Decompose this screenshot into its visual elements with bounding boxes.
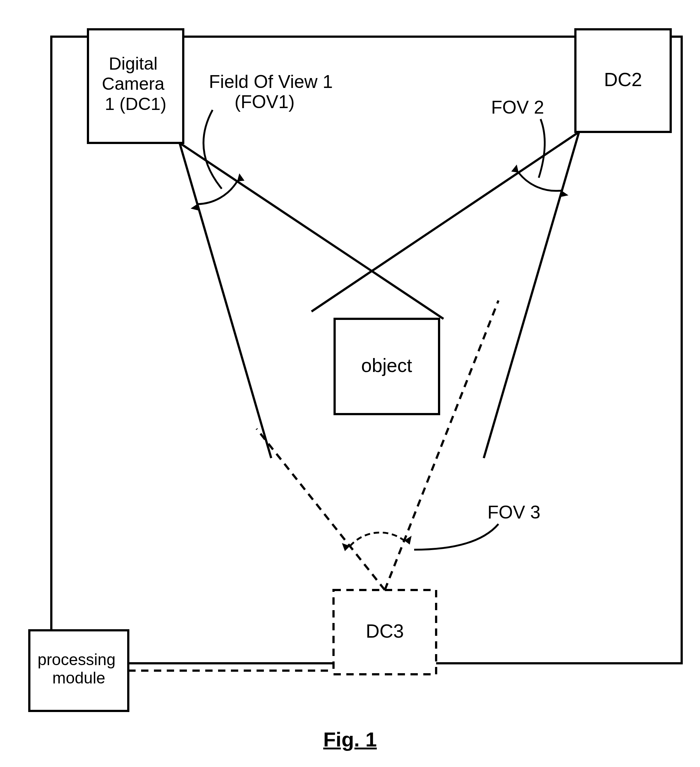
dc3-text: DC3 [366, 621, 404, 642]
figure-title: Fig. 1 [323, 727, 377, 751]
fov3-label-connector [414, 524, 498, 550]
dc2-text: DC2 [604, 69, 642, 90]
fov2-label-connector [539, 119, 545, 178]
fov3-label: FOV 3 [487, 502, 540, 523]
fov1-arc [197, 181, 237, 204]
diagram-svg: Digital Camera 1 (DC1) DC2 DC3 object pr… [7, 7, 693, 759]
fov2-label: FOV 2 [491, 97, 544, 118]
fov2-line-a [312, 132, 579, 312]
fov3-arc [350, 533, 404, 546]
fov1-label: Field Of View 1 (FOV1) [209, 72, 338, 112]
fov1-line-b [180, 143, 271, 458]
fov1-label-connector [204, 110, 222, 189]
dc1-text: Digital Camera 1 (DC1) [102, 54, 169, 114]
fov1-line-a [180, 143, 444, 319]
object-text: object [361, 355, 412, 376]
fov3-line-a [256, 429, 385, 590]
diagram-container: Digital Camera 1 (DC1) DC2 DC3 object pr… [7, 7, 693, 759]
fov2-line-b [484, 132, 579, 458]
